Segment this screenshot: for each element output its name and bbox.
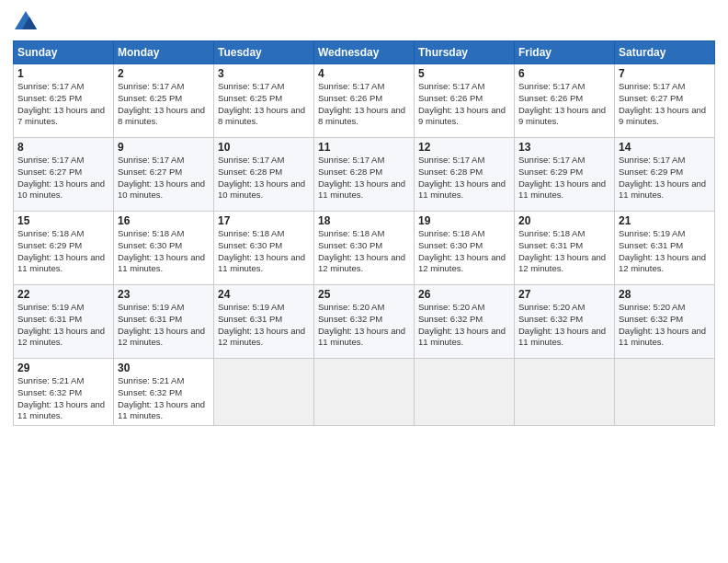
day-info: Sunrise: 5:17 AM Sunset: 6:25 PM Dayligh…: [118, 81, 210, 128]
day-number: 5: [418, 67, 510, 80]
day-info: Sunrise: 5:20 AM Sunset: 6:32 PM Dayligh…: [418, 302, 510, 349]
calendar-cell: 16 Sunrise: 5:18 AM Sunset: 6:30 PM Dayl…: [114, 212, 214, 285]
day-number: 27: [518, 288, 610, 301]
day-info: Sunrise: 5:21 AM Sunset: 6:32 PM Dayligh…: [17, 375, 109, 422]
day-number: 26: [418, 288, 510, 301]
day-info: Sunrise: 5:17 AM Sunset: 6:27 PM Dayligh…: [17, 155, 109, 201]
calendar-cell: 2 Sunrise: 5:17 AM Sunset: 6:25 PM Dayli…: [114, 64, 214, 138]
day-number: 29: [17, 362, 109, 374]
calendar-cell: 10 Sunrise: 5:17 AM Sunset: 6:28 PM Dayl…: [214, 138, 314, 212]
calendar-cell: 23 Sunrise: 5:19 AM Sunset: 6:31 PM Dayl…: [114, 285, 214, 359]
calendar-cell: [214, 359, 314, 426]
calendar-cell: 11 Sunrise: 5:17 AM Sunset: 6:28 PM Dayl…: [314, 138, 415, 212]
calendar-cell: 27 Sunrise: 5:20 AM Sunset: 6:32 PM Dayl…: [515, 285, 615, 359]
calendar-cell: 26 Sunrise: 5:20 AM Sunset: 6:32 PM Dayl…: [415, 285, 515, 359]
day-info: Sunrise: 5:17 AM Sunset: 6:28 PM Dayligh…: [418, 155, 510, 201]
day-info: Sunrise: 5:18 AM Sunset: 6:31 PM Dayligh…: [518, 228, 610, 275]
day-number: 4: [318, 67, 410, 80]
day-info: Sunrise: 5:19 AM Sunset: 6:31 PM Dayligh…: [619, 228, 711, 275]
day-info: Sunrise: 5:17 AM Sunset: 6:27 PM Dayligh…: [118, 155, 210, 201]
calendar-cell: 14 Sunrise: 5:17 AM Sunset: 6:29 PM Dayl…: [615, 138, 715, 212]
day-number: 16: [118, 214, 210, 227]
weekday-header: Saturday: [615, 41, 715, 64]
calendar-cell: 13 Sunrise: 5:17 AM Sunset: 6:29 PM Dayl…: [515, 138, 615, 212]
day-number: 12: [418, 141, 510, 154]
weekday-header: Sunday: [14, 41, 114, 64]
calendar-cell: 28 Sunrise: 5:20 AM Sunset: 6:32 PM Dayl…: [615, 285, 715, 359]
day-number: 28: [619, 288, 711, 301]
logo-icon: [13, 9, 39, 35]
calendar-cell: 18 Sunrise: 5:18 AM Sunset: 6:30 PM Dayl…: [314, 212, 415, 285]
day-number: 1: [17, 67, 109, 80]
day-info: Sunrise: 5:19 AM Sunset: 6:31 PM Dayligh…: [118, 302, 210, 349]
day-info: Sunrise: 5:17 AM Sunset: 6:26 PM Dayligh…: [518, 81, 610, 128]
day-number: 22: [17, 288, 109, 301]
calendar-cell: 9 Sunrise: 5:17 AM Sunset: 6:27 PM Dayli…: [114, 138, 214, 212]
calendar-cell: 17 Sunrise: 5:18 AM Sunset: 6:30 PM Dayl…: [214, 212, 314, 285]
calendar-cell: 12 Sunrise: 5:17 AM Sunset: 6:28 PM Dayl…: [415, 138, 515, 212]
day-info: Sunrise: 5:17 AM Sunset: 6:28 PM Dayligh…: [318, 155, 410, 201]
calendar-cell: 7 Sunrise: 5:17 AM Sunset: 6:27 PM Dayli…: [615, 64, 715, 138]
calendar-cell: 30 Sunrise: 5:21 AM Sunset: 6:32 PM Dayl…: [114, 359, 214, 426]
calendar-cell: 24 Sunrise: 5:19 AM Sunset: 6:31 PM Dayl…: [214, 285, 314, 359]
header: [13, 9, 715, 35]
day-number: 19: [418, 214, 510, 227]
calendar-cell: 20 Sunrise: 5:18 AM Sunset: 6:31 PM Dayl…: [515, 212, 615, 285]
day-number: 18: [318, 214, 410, 227]
calendar-cell: 8 Sunrise: 5:17 AM Sunset: 6:27 PM Dayli…: [14, 138, 114, 212]
day-number: 17: [218, 214, 310, 227]
day-number: 9: [118, 141, 210, 154]
day-info: Sunrise: 5:17 AM Sunset: 6:25 PM Dayligh…: [17, 81, 109, 128]
day-info: Sunrise: 5:18 AM Sunset: 6:30 PM Dayligh…: [318, 228, 410, 275]
day-info: Sunrise: 5:18 AM Sunset: 6:30 PM Dayligh…: [218, 228, 310, 275]
day-info: Sunrise: 5:17 AM Sunset: 6:26 PM Dayligh…: [318, 81, 410, 128]
day-info: Sunrise: 5:20 AM Sunset: 6:32 PM Dayligh…: [518, 302, 610, 349]
day-number: 25: [318, 288, 410, 301]
weekday-header: Thursday: [415, 41, 515, 64]
day-info: Sunrise: 5:20 AM Sunset: 6:32 PM Dayligh…: [619, 302, 711, 349]
day-number: 15: [17, 214, 109, 227]
weekday-header: Tuesday: [214, 41, 314, 64]
day-info: Sunrise: 5:20 AM Sunset: 6:32 PM Dayligh…: [318, 302, 410, 349]
page: SundayMondayTuesdayWednesdayThursdayFrid…: [0, 0, 728, 563]
day-number: 2: [118, 67, 210, 80]
day-info: Sunrise: 5:17 AM Sunset: 6:28 PM Dayligh…: [218, 155, 310, 201]
weekday-header: Friday: [515, 41, 615, 64]
day-info: Sunrise: 5:21 AM Sunset: 6:32 PM Dayligh…: [118, 375, 210, 422]
calendar-cell: [415, 359, 515, 426]
weekday-header: Monday: [114, 41, 214, 64]
calendar-cell: [515, 359, 615, 426]
day-number: 30: [118, 362, 210, 374]
day-number: 14: [619, 141, 711, 154]
calendar-cell: 6 Sunrise: 5:17 AM Sunset: 6:26 PM Dayli…: [515, 64, 615, 138]
calendar-header: SundayMondayTuesdayWednesdayThursdayFrid…: [14, 41, 715, 64]
day-info: Sunrise: 5:17 AM Sunset: 6:29 PM Dayligh…: [619, 155, 711, 201]
calendar-cell: 1 Sunrise: 5:17 AM Sunset: 6:25 PM Dayli…: [14, 64, 114, 138]
day-info: Sunrise: 5:17 AM Sunset: 6:26 PM Dayligh…: [418, 81, 510, 128]
day-info: Sunrise: 5:17 AM Sunset: 6:29 PM Dayligh…: [518, 155, 610, 201]
day-info: Sunrise: 5:19 AM Sunset: 6:31 PM Dayligh…: [17, 302, 109, 349]
calendar-cell: 19 Sunrise: 5:18 AM Sunset: 6:30 PM Dayl…: [415, 212, 515, 285]
calendar-cell: [314, 359, 415, 426]
calendar: SundayMondayTuesdayWednesdayThursdayFrid…: [13, 40, 715, 426]
calendar-cell: 4 Sunrise: 5:17 AM Sunset: 6:26 PM Dayli…: [314, 64, 415, 138]
day-info: Sunrise: 5:18 AM Sunset: 6:29 PM Dayligh…: [17, 228, 109, 275]
day-info: Sunrise: 5:17 AM Sunset: 6:25 PM Dayligh…: [218, 81, 310, 128]
calendar-cell: 3 Sunrise: 5:17 AM Sunset: 6:25 PM Dayli…: [214, 64, 314, 138]
calendar-cell: 22 Sunrise: 5:19 AM Sunset: 6:31 PM Dayl…: [14, 285, 114, 359]
day-info: Sunrise: 5:18 AM Sunset: 6:30 PM Dayligh…: [418, 228, 510, 275]
day-number: 7: [619, 67, 711, 80]
day-info: Sunrise: 5:19 AM Sunset: 6:31 PM Dayligh…: [218, 302, 310, 349]
day-info: Sunrise: 5:18 AM Sunset: 6:30 PM Dayligh…: [118, 228, 210, 275]
day-number: 6: [518, 67, 610, 80]
day-number: 11: [318, 141, 410, 154]
day-number: 8: [17, 141, 109, 154]
day-number: 21: [619, 214, 711, 227]
day-number: 10: [218, 141, 310, 154]
day-number: 3: [218, 67, 310, 80]
calendar-cell: 15 Sunrise: 5:18 AM Sunset: 6:29 PM Dayl…: [14, 212, 114, 285]
day-info: Sunrise: 5:17 AM Sunset: 6:27 PM Dayligh…: [619, 81, 711, 128]
day-number: 13: [518, 141, 610, 154]
calendar-cell: 29 Sunrise: 5:21 AM Sunset: 6:32 PM Dayl…: [14, 359, 114, 426]
calendar-body: 1 Sunrise: 5:17 AM Sunset: 6:25 PM Dayli…: [14, 64, 715, 426]
